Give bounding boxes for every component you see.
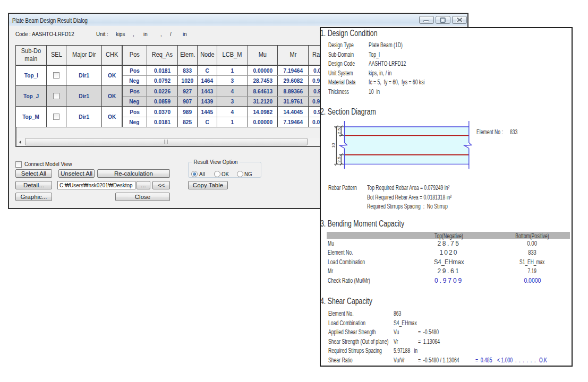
svg-text:10: 10	[331, 143, 336, 147]
svg-text:2.5: 2.5	[337, 128, 342, 134]
svg-text:2.5: 2.5	[337, 157, 342, 163]
